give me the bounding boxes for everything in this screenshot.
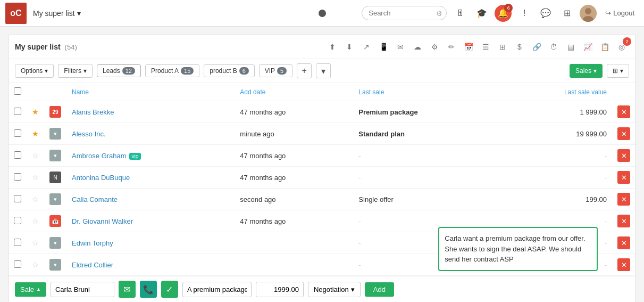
delete-button[interactable]: ✕ <box>617 149 630 162</box>
edit-icon[interactable]: ✏ <box>444 39 459 54</box>
sale-type-button[interactable]: Sale ▲ <box>15 282 46 297</box>
dropdown-type-icon[interactable]: ▾ <box>49 150 61 161</box>
n-type-icon[interactable]: N <box>49 172 61 183</box>
table-icon[interactable]: ⊞ <box>495 39 510 54</box>
delete-button[interactable]: ✕ <box>617 258 630 271</box>
star-icon[interactable]: ☆ <box>32 195 39 203</box>
filter-icon[interactable]: 🎚 <box>452 5 469 22</box>
delete-button[interactable]: ✕ <box>617 193 630 206</box>
sale-product-input[interactable] <box>182 282 252 297</box>
row-checkbox[interactable] <box>14 173 21 181</box>
dollar-icon[interactable]: $ <box>512 39 527 54</box>
row-checkbox[interactable] <box>14 129 21 137</box>
search-input[interactable] <box>362 6 447 20</box>
logo[interactable]: oC <box>5 3 27 24</box>
list-title[interactable]: My super list ▾ <box>33 9 81 18</box>
chart-icon[interactable]: 📈 <box>580 39 595 54</box>
dropdown-type-icon[interactable]: ▾ <box>49 237 61 249</box>
row-checkbox[interactable] <box>14 195 21 202</box>
logout-button[interactable]: ↪ Logout <box>601 7 639 19</box>
dropdown-type-icon[interactable]: ▾ <box>49 128 61 140</box>
mobile-icon[interactable]: 📱 <box>376 39 391 54</box>
tag-leads-count: 12 <box>122 67 135 75</box>
contact-name[interactable]: Alanis Brekke <box>72 108 114 116</box>
star-icon[interactable]: ☆ <box>32 217 39 225</box>
download-icon[interactable]: ⬇ <box>342 39 357 54</box>
email-icon[interactable]: ✉ <box>393 39 408 54</box>
stage-button[interactable]: Negotiation ▾ <box>308 282 361 297</box>
logout-arrow-icon: ↪ <box>605 9 611 17</box>
col-last-sale: Last sale <box>353 83 500 101</box>
calendar-type-icon[interactable]: 📅 <box>49 215 61 227</box>
delete-button[interactable]: ✕ <box>617 127 630 140</box>
row-checkbox[interactable] <box>14 260 21 268</box>
tag-leads[interactable]: Leads 12 <box>97 64 141 77</box>
row-checkbox[interactable] <box>14 217 21 224</box>
delete-button[interactable]: ✕ <box>617 236 630 249</box>
row-checkbox[interactable] <box>14 108 21 115</box>
contact-name[interactable]: Calia Comante <box>72 195 118 203</box>
add-tag-button[interactable]: + <box>297 63 312 78</box>
import-icon[interactable]: ⬆ <box>325 39 340 54</box>
star-icon[interactable]: ☆ <box>32 239 39 247</box>
add-button[interactable]: Add <box>365 282 394 297</box>
last-sale-amount-cell: - <box>500 254 612 276</box>
row-checkbox[interactable] <box>14 151 21 159</box>
search-settings-icon[interactable]: ⚙ <box>436 9 442 17</box>
copy-icon[interactable]: 📋 <box>597 39 612 54</box>
target-icon[interactable]: ◎ 2 <box>614 39 629 54</box>
columns-icon[interactable]: ▤ <box>563 39 578 54</box>
table-row: ☆NAntonina DuBuque47 months ago--✕ <box>9 167 635 189</box>
col-add-date: Add date <box>235 83 353 101</box>
contact-name[interactable]: Dr. Giovanni Walker <box>72 217 133 225</box>
star-icon[interactable]: ☆ <box>32 151 39 160</box>
contact-name[interactable]: Antonina DuBuque <box>72 174 130 182</box>
exclamation-icon[interactable]: ! <box>516 5 533 22</box>
chat-icon[interactable]: 💬 <box>537 5 554 22</box>
vip-badge: vip <box>129 153 141 160</box>
view-toggle-button[interactable]: ⊞ ▾ <box>607 64 629 78</box>
contact-name[interactable]: Eldred Collier <box>72 261 113 269</box>
tag-product-b[interactable]: product B 6 <box>204 64 255 77</box>
add-tag-dropdown[interactable]: ▾ <box>316 63 331 78</box>
contact-name[interactable]: Edwin Torphy <box>72 239 113 247</box>
check-icon-button[interactable]: ✓ <box>161 281 178 298</box>
calendar-icon[interactable]: 📅 <box>461 39 476 54</box>
select-all-checkbox[interactable] <box>14 87 21 95</box>
options-label: Options <box>21 67 43 75</box>
sale-name-input[interactable] <box>51 282 114 297</box>
dropdown-type-icon[interactable]: ▾ <box>49 193 61 205</box>
settings-icon[interactable]: ⚙ <box>427 39 442 54</box>
filters-button[interactable]: Filters ▾ <box>58 64 93 78</box>
star-icon[interactable]: ★ <box>32 108 39 116</box>
sms-icon-button[interactable]: ✉ <box>119 281 136 298</box>
bell-icon[interactable]: 🔔 6 <box>495 5 512 22</box>
link-icon[interactable]: 🔗 <box>529 39 544 54</box>
star-icon[interactable]: ☆ <box>32 173 39 182</box>
user-avatar[interactable] <box>580 5 597 22</box>
delete-button[interactable]: ✕ <box>617 105 630 118</box>
grid-icon[interactable]: ⊞ <box>558 5 575 22</box>
dropdown-type-icon[interactable]: ▾ <box>49 259 61 271</box>
sale-amount-input[interactable] <box>256 282 304 297</box>
last-sale-cell: Premium package <box>353 101 500 123</box>
graduation-icon[interactable]: 🎓 <box>473 5 490 22</box>
contact-name[interactable]: Alesso Inc. <box>72 130 106 138</box>
list-icon[interactable]: ☰ <box>478 39 493 54</box>
calendar-type-icon[interactable]: 29 <box>49 106 61 118</box>
export-icon[interactable]: ↗ <box>359 39 374 54</box>
tag-vip[interactable]: VIP 5 <box>259 64 292 77</box>
cloud-icon[interactable]: ☁ <box>410 39 425 54</box>
clock-icon[interactable]: ⏱ <box>546 39 561 54</box>
phone-icon-button[interactable]: 📞 <box>140 281 157 298</box>
delete-button[interactable]: ✕ <box>617 215 630 227</box>
star-icon[interactable]: ★ <box>32 129 39 138</box>
row-checkbox[interactable] <box>14 239 21 246</box>
options-button[interactable]: Options ▾ <box>15 64 54 78</box>
contact-name[interactable]: Ambrose Graham <box>72 152 127 160</box>
sales-button[interactable]: Sales ▾ <box>570 64 603 78</box>
filters-label: Filters <box>64 67 81 75</box>
delete-button[interactable]: ✕ <box>617 171 630 184</box>
tag-product-a[interactable]: Product A 15 <box>145 64 199 77</box>
star-icon[interactable]: ☆ <box>32 260 39 269</box>
